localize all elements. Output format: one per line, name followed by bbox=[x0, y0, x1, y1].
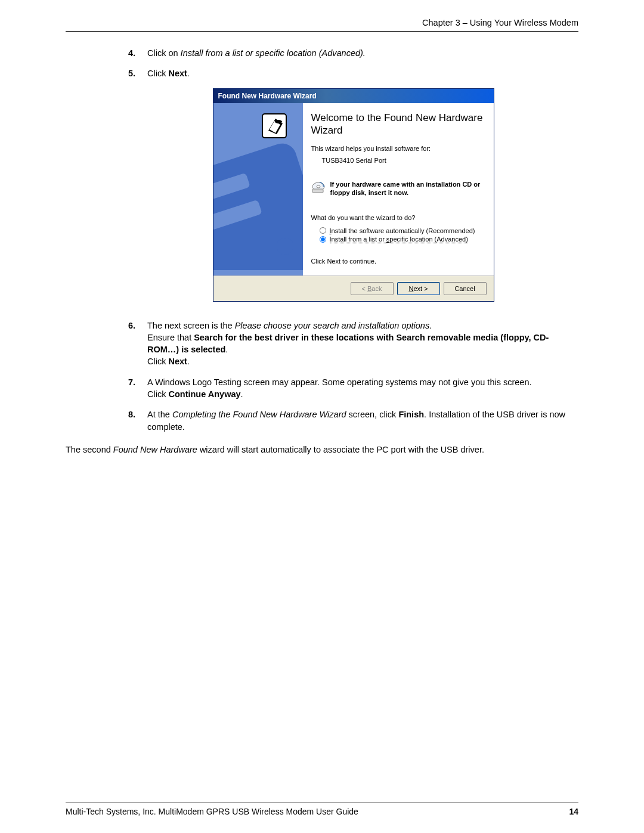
cancel-button[interactable]: Cancel bbox=[444, 282, 487, 295]
step-text: Click on bbox=[147, 48, 181, 58]
para-text: The second bbox=[66, 445, 113, 454]
step-italic: Install from a list or specific location… bbox=[181, 48, 366, 58]
para-text: wizard will start automatically to assoc… bbox=[197, 445, 484, 454]
step-number: 6. bbox=[128, 320, 135, 332]
content-area: 4. Click on Install from a list or speci… bbox=[66, 35, 578, 433]
step-number: 7. bbox=[128, 376, 135, 388]
step-text: screen, click bbox=[346, 410, 399, 419]
chapter-header: Chapter 3 – Using Your Wireless Modem bbox=[66, 18, 578, 27]
page-footer: Multi-Tech Systems, Inc. MultiModem GPRS… bbox=[66, 803, 578, 816]
wizard-device-name: TUSB3410 Serial Port bbox=[322, 157, 483, 164]
document-page: Chapter 3 – Using Your Wireless Modem 4.… bbox=[0, 0, 644, 833]
step-number: 4. bbox=[128, 47, 135, 59]
wizard-continue-text: Click Next to continue. bbox=[311, 258, 483, 265]
wizard-prompt: What do you want the wizard to do? bbox=[311, 214, 483, 221]
step-text: . bbox=[187, 357, 190, 366]
step-text: Click bbox=[147, 69, 168, 78]
step-6: 6. The next screen is the Please choose … bbox=[128, 320, 578, 368]
step-text: Click bbox=[147, 389, 168, 399]
wizard-content: Welcome to the Found New Hardware Wizard… bbox=[303, 103, 494, 275]
radio-label: Install the software automatically (Reco… bbox=[330, 227, 475, 234]
step-4: 4. Click on Install from a list or speci… bbox=[128, 47, 578, 59]
wizard-help-text: This wizard helps you install software f… bbox=[311, 145, 483, 152]
step-number: 8. bbox=[128, 408, 135, 420]
next-button[interactable]: Next > bbox=[397, 282, 440, 295]
step-italic: Please choose your search and installati… bbox=[235, 321, 432, 330]
step-bold: Next bbox=[168, 69, 187, 78]
wizard-window: Found New Hardware Wizard bbox=[213, 88, 494, 302]
step-text: Ensure that bbox=[147, 333, 194, 342]
step-text: . bbox=[187, 69, 190, 78]
step-number: 5. bbox=[128, 67, 135, 79]
step-bold: Continue Anyway bbox=[168, 389, 240, 399]
step-text: The next screen is the bbox=[147, 321, 235, 330]
page-number: 14 bbox=[569, 807, 578, 816]
footer-text: Multi-Tech Systems, Inc. MultiModem GPRS… bbox=[66, 807, 358, 816]
radio-input[interactable] bbox=[320, 227, 326, 234]
wizard-screenshot: Found New Hardware Wizard bbox=[128, 88, 578, 302]
radio-label: Install from a list or specific location… bbox=[330, 236, 468, 243]
back-button[interactable]: < Back bbox=[351, 282, 394, 295]
wizard-heading: Welcome to the Found New Hardware Wizard bbox=[311, 112, 483, 137]
wizard-radio-advanced[interactable]: Install from a list or specific location… bbox=[320, 236, 483, 243]
step-8: 8. At the Completing the Found New Hardw… bbox=[128, 408, 578, 433]
step-7: 7. A Windows Logo Testing screen may app… bbox=[128, 376, 578, 401]
svg-point-8 bbox=[275, 120, 282, 123]
wizard-cd-text: If your hardware came with an installati… bbox=[330, 181, 483, 197]
cd-icon bbox=[311, 181, 326, 195]
wizard-radio-auto[interactable]: Install the software automatically (Reco… bbox=[320, 227, 483, 234]
step-text: At the bbox=[147, 410, 172, 419]
header-rule bbox=[66, 31, 578, 32]
step-bold: Finish bbox=[398, 410, 424, 419]
step-text: Click bbox=[147, 357, 168, 366]
radio-input[interactable] bbox=[320, 236, 326, 243]
svg-point-4 bbox=[277, 238, 293, 255]
wizard-titlebar: Found New Hardware Wizard bbox=[213, 89, 494, 103]
step-bold: Search for the best driver in these loca… bbox=[147, 333, 549, 354]
step-text: A Windows Logo Testing screen may appear… bbox=[147, 377, 532, 387]
wizard-button-row: < Back Next > Cancel bbox=[213, 275, 494, 301]
step-italic: Completing the Found New Hardware Wizard bbox=[172, 410, 346, 419]
step-text: . bbox=[241, 389, 243, 399]
svg-rect-11 bbox=[312, 189, 323, 193]
wizard-side-graphic bbox=[213, 103, 303, 275]
svg-point-10 bbox=[317, 185, 320, 188]
step-5: 5. Click Next. bbox=[128, 67, 578, 79]
step-text: . bbox=[225, 345, 228, 354]
body-paragraph: The second Found New Hardware wizard wil… bbox=[66, 444, 578, 456]
step-bold: Next bbox=[168, 357, 187, 366]
para-italic: Found New Hardware bbox=[113, 445, 197, 454]
footer-rule bbox=[66, 803, 578, 803]
